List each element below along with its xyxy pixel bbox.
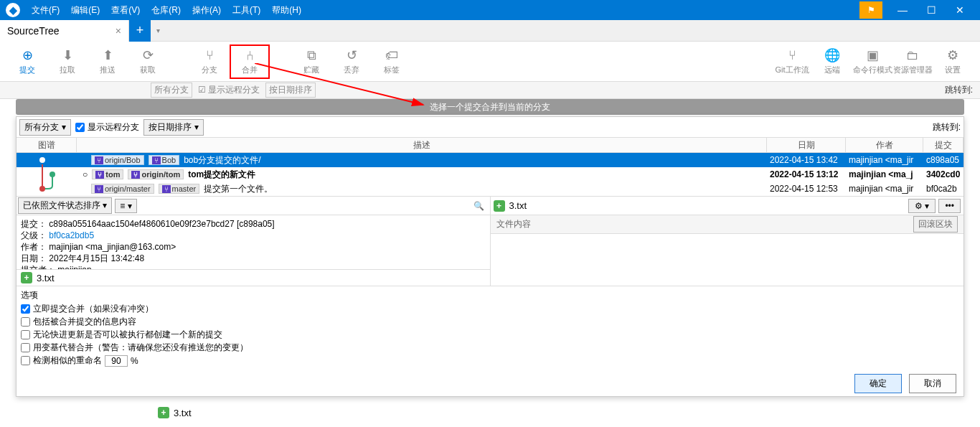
discard-button[interactable]: ↺丢弃	[331, 44, 372, 79]
folder-icon: 🗀	[906, 48, 919, 63]
col-date[interactable]: 日期	[767, 138, 846, 152]
branch-tag[interactable]: ⑂origin/tom	[128, 169, 184, 179]
option-include-messages[interactable]: 包括被合并提交的信息内容	[21, 316, 959, 328]
commit-author: majinjian <ma_j	[846, 169, 923, 179]
cancel-button[interactable]: 取消	[909, 374, 956, 393]
push-button[interactable]: ⬆推送	[88, 44, 128, 79]
branch-button[interactable]: ⑂分支	[189, 44, 230, 79]
minimize-button[interactable]: —	[888, 4, 917, 16]
diff-settings-button[interactable]: ⚙ ▾	[908, 199, 936, 213]
file-content-label: 文件内容	[496, 218, 531, 230]
settings-button[interactable]: ⚙设置	[933, 44, 973, 79]
commit-message: bob分支提交的文件/	[184, 154, 260, 166]
branch-icon: ⑂	[95, 171, 104, 179]
merge-banner: 选择一个提交合并到当前的分支	[16, 99, 964, 115]
parent-hash-link[interactable]: bf0ca2bdb5	[49, 230, 94, 240]
menu-repo[interactable]: 仓库(R)	[146, 4, 187, 17]
explorer-button[interactable]: 🗀资源管理器	[892, 44, 933, 79]
branch-tag[interactable]: ⑂tom	[92, 169, 123, 179]
show-remote-checkbox[interactable]: 显示远程分支	[75, 121, 139, 133]
merge-button[interactable]: ⑃合并	[230, 44, 270, 79]
search-icon[interactable]: 🔍	[473, 201, 489, 211]
plus-circle-icon: ⊕	[22, 47, 33, 63]
file-added-icon: +	[21, 272, 32, 283]
menu-tools[interactable]: 工具(T)	[227, 4, 266, 17]
branch-tag[interactable]: ⑂origin/master	[91, 184, 154, 194]
branch-tag[interactable]: ⑂Bob	[149, 155, 180, 165]
col-commit[interactable]: 提交	[923, 138, 963, 152]
svg-point-5	[39, 186, 45, 192]
option-commit-immediately[interactable]: 立即提交合并（如果没有冲突）	[21, 303, 959, 315]
list-mode-dropdown[interactable]: ≡ ▾	[115, 199, 136, 213]
bg-jump-label: 跳转到:	[945, 84, 973, 96]
chevron-down-icon: ▾	[194, 122, 199, 132]
options-title: 选项	[21, 289, 959, 301]
commit-hash: 3402cd0	[923, 169, 963, 179]
menu-view[interactable]: 查看(V)	[105, 4, 146, 17]
merge-icon: ⑃	[246, 48, 254, 63]
branch-tag[interactable]: ⑂origin/Bob	[91, 155, 144, 165]
gitflow-button[interactable]: ⑂Git工作流	[772, 44, 812, 79]
sort-dropdown[interactable]: 按日期排序▾	[143, 119, 204, 136]
svg-point-4	[50, 172, 55, 177]
menu-help[interactable]: 帮助(H)	[266, 4, 307, 17]
fetch-button[interactable]: ⟳获取	[128, 44, 168, 79]
discard-icon: ↺	[347, 47, 357, 63]
tab-title: SourceTree	[7, 25, 60, 37]
bg-showremote: ☑ 显示远程分支	[198, 84, 260, 96]
gitflow-icon: ⑂	[788, 48, 796, 63]
remote-button[interactable]: 🌐远端	[812, 44, 852, 79]
ok-button[interactable]: 确定	[854, 374, 902, 393]
globe-icon: 🌐	[824, 47, 840, 63]
option-rebase[interactable]: 用变基代替合并（警告：请确保您还没有推送您的变更）	[21, 342, 959, 354]
gear-icon: ⚙	[947, 47, 958, 63]
col-graph[interactable]: 图谱	[17, 138, 77, 152]
commit-metadata: 提交： c898a055164aac1504ef4860610e09f23e7b…	[17, 215, 490, 270]
sort-files-dropdown[interactable]: 已依照文件状态排序 ▾	[18, 197, 112, 214]
commit-author: majinjian <ma_jir	[846, 184, 923, 194]
option-detect-renames[interactable]: 检测相似的重命名 %	[21, 355, 959, 367]
terminal-icon: ▣	[867, 47, 879, 63]
branch-tag[interactable]: ⑂master	[159, 184, 200, 194]
commit-row[interactable]: ⑂origin/master⑂master提交第一个文件。2022-04-15 …	[17, 182, 963, 196]
menu-edit[interactable]: 编辑(E)	[65, 4, 105, 17]
terminal-button[interactable]: ▣命令行模式	[852, 44, 892, 79]
col-desc[interactable]: 描述	[77, 138, 767, 152]
new-tab-button[interactable]: +	[129, 20, 151, 42]
upload-icon: ⬆	[103, 47, 113, 63]
commit-date: 2022-04-15 12:53	[767, 184, 846, 194]
tab-close-icon[interactable]: ×	[116, 25, 121, 37]
rollback-hunk-button[interactable]: 回滚区块	[913, 216, 958, 233]
col-author[interactable]: 作者	[846, 138, 923, 152]
tag-button[interactable]: 🏷标签	[372, 44, 412, 79]
close-button[interactable]: ✕	[946, 4, 974, 16]
file-added-icon: +	[494, 200, 505, 212]
commit-row[interactable]: ⑂origin/Bob⑂Bobbob分支提交的文件/2022-04-15 13:…	[17, 153, 963, 167]
commit-message: tom提交的新文件	[188, 169, 255, 181]
commit-button[interactable]: ⊕提交	[7, 44, 47, 79]
menu-action[interactable]: 操作(A)	[187, 4, 227, 17]
branch-icon: ⑂	[95, 185, 103, 193]
stash-button[interactable]: ⧉贮藏	[291, 44, 331, 79]
file-added-icon: +	[158, 407, 169, 418]
tab-dropdown-icon[interactable]: ▾	[151, 27, 165, 34]
branch-filter-dropdown[interactable]: 所有分支▾	[19, 119, 71, 136]
pull-button[interactable]: ⬇拉取	[47, 44, 88, 79]
commit-list: ⑂origin/Bob⑂Bobbob分支提交的文件/2022-04-15 13:…	[17, 153, 963, 196]
changed-file-row[interactable]: + 3.txt	[17, 270, 490, 286]
commit-message: 提交第一个文件。	[204, 183, 273, 195]
commit-date: 2022-04-15 13:42	[767, 155, 846, 165]
commit-graph	[17, 153, 77, 196]
maximize-button[interactable]: ☐	[917, 4, 946, 16]
commit-date: 2022-04-15 13:12	[767, 169, 846, 179]
diff-more-button[interactable]: •••	[938, 199, 961, 213]
menu-file[interactable]: 文件(F)	[26, 4, 65, 17]
commit-hash: c898a05	[923, 155, 963, 165]
notification-flag-icon[interactable]: ⚑	[859, 1, 882, 19]
branch-icon: ⑂	[131, 171, 140, 179]
rename-percent-input[interactable]	[105, 355, 128, 367]
file-name: 3.txt	[37, 273, 55, 283]
option-no-ff[interactable]: 无论快进更新是否可以被执行都创建一个新的提交	[21, 329, 959, 341]
commit-row[interactable]: ○⑂tom⑂origin/tomtom提交的新文件2022-04-15 13:1…	[17, 167, 963, 182]
repo-tab[interactable]: SourceTree ×	[0, 20, 129, 42]
